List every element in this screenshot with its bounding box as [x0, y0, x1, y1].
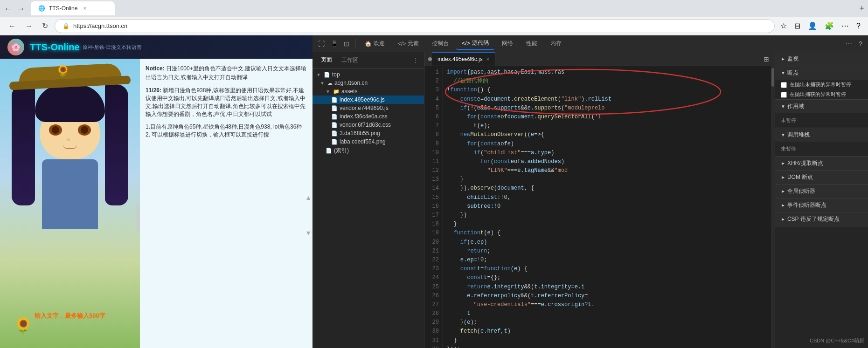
inspect-icon[interactable]: ⛶: [316, 38, 326, 49]
scroll-down-arrow[interactable]: ▼: [305, 229, 312, 237]
global-header[interactable]: ► 全局侦听器: [775, 184, 868, 198]
tree-label-png1: 3.da168b55.png: [340, 130, 380, 136]
file-tree-panel: 页面 工作区 ⋮ ▼ 📄 top ▼ ☁: [312, 52, 424, 348]
cursor-icon[interactable]: ⊡: [342, 38, 351, 49]
code-line-6: for (const e of document.querySelectorAl…: [447, 113, 767, 122]
code-scrollbar[interactable]: [771, 66, 775, 348]
code-line-20: if (e.ep): [447, 238, 767, 247]
events-label: 事件侦听器断点: [787, 201, 826, 209]
update-date: 11/26:: [146, 87, 161, 94]
tree-item-index-js[interactable]: 📄 index.495ee96c.js: [312, 96, 424, 104]
callstack-header[interactable]: ▼ 调用堆栈: [775, 128, 868, 142]
xhr-header[interactable]: ► XHR/提取断点: [775, 157, 868, 170]
more-button[interactable]: ⋯: [840, 20, 851, 32]
tree-item-png2[interactable]: 📄 laba.cdedf554.png: [312, 137, 424, 146]
tree-item-assets[interactable]: ▼ 📁 assets: [312, 87, 424, 96]
tree-item-vendor-css[interactable]: 📄 vendor.6f71d63c.css: [312, 121, 424, 129]
new-tab-button[interactable]: +: [859, 4, 864, 14]
back-icon[interactable]: ←: [4, 3, 13, 14]
tab-performance[interactable]: 性能: [521, 38, 543, 49]
tree-item-vendor-js[interactable]: 📄 vendor.e7449690.js: [312, 104, 424, 112]
scrollbar-thumb[interactable]: [771, 68, 774, 87]
anime-character: 🌻: [0, 59, 140, 348]
code-tab-close[interactable]: ×: [486, 56, 489, 62]
arrow-domain: ▼: [320, 81, 325, 86]
code-line-18: }: [447, 220, 767, 229]
active-tab[interactable]: 🌐 TTS-Online ×: [31, 1, 115, 15]
callstack-content: 未暂停: [775, 142, 868, 156]
code-line-3: !function() {: [447, 86, 767, 95]
reload-button[interactable]: ↻: [39, 20, 51, 32]
sidebar-icon[interactable]: ⊟: [792, 20, 802, 32]
tab-memory[interactable]: 内存: [545, 38, 567, 49]
website-body: 🌻: [0, 59, 312, 348]
breakpoint-checkbox-1[interactable]: [781, 82, 787, 88]
file-tree-content: ▼ 📄 top ▼ ☁ acgn.ttson.cn ▼ 📁 assets: [312, 68, 424, 348]
tree-label-vendor-js: vendor.e7449690.js: [340, 105, 389, 111]
tab-welcome[interactable]: 🏠 欢迎: [359, 38, 390, 49]
tab-network[interactable]: 网络: [496, 38, 519, 49]
scope-header[interactable]: ▼ 作用域: [775, 100, 868, 113]
tree-item-top[interactable]: ▼ 📄 top: [312, 70, 424, 79]
code-line-7: t(e);: [447, 122, 767, 130]
debugger-panel: ► 监视 ▼ 断点 在抛出未捕获的异常时暂停: [775, 52, 868, 348]
bookmark-icon[interactable]: ☆: [778, 20, 789, 32]
tab-close-button[interactable]: ×: [83, 5, 86, 12]
code-tab-active[interactable]: index.495ee96c.js ×: [432, 52, 495, 66]
tree-label-index-css: index.f36c4e0a.css: [340, 113, 388, 120]
debug-section-csp: ► CSP 违反了规定断点: [775, 212, 868, 226]
anime-image-area: 🌻: [0, 59, 140, 348]
tab-console[interactable]: 控制台: [426, 38, 454, 49]
tab-sources[interactable]: </> 源代码: [456, 37, 494, 50]
breakpoint-checkbox-2[interactable]: [781, 92, 787, 98]
dom-header[interactable]: ► DOM 断点: [775, 171, 868, 184]
tree-item-index-css[interactable]: 📄 index.f36c4e0a.css: [312, 112, 424, 121]
nav-bar: ← → ↻ 🔒 https://acgn.ttson.cn ☆ ⊟ 👤 🧩 ⋯ …: [0, 17, 868, 35]
back-button[interactable]: ←: [6, 20, 19, 32]
code-line-26: e.referrerpolicy && (t.referrerPolicy =: [447, 292, 767, 300]
help-devtools-icon[interactable]: ?: [857, 38, 864, 49]
site-title: TTS-Online: [30, 42, 80, 53]
device-icon[interactable]: 📱: [328, 38, 340, 49]
forward-button[interactable]: →: [22, 20, 35, 32]
events-header[interactable]: ► 事件侦听器断点: [775, 198, 868, 212]
notice-block: Notice: 日漫1000+里的角色不适合中文,建议输入日文文本选择输出语言为…: [146, 64, 307, 82]
extension-icon[interactable]: 🧩: [823, 20, 836, 32]
profile-icon[interactable]: 👤: [806, 20, 819, 32]
code-content[interactable]: import {p as e, a as t, b as a, E as l, …: [443, 66, 771, 348]
tab-favicon: 🌐: [38, 5, 45, 12]
code-line-25: return e.integrity && (t.integrity = e.i: [447, 283, 767, 292]
dom-label: DOM 断点: [787, 173, 813, 181]
arrow-top: ▼: [316, 72, 321, 77]
update-block: 11/26: 新增日漫角色938种,该标签里的使用日语效果非常好,不建议使用中文…: [146, 87, 307, 118]
help-icon[interactable]: ?: [854, 20, 862, 32]
address-bar[interactable]: 🔒 https://acgn.ttson.cn: [55, 19, 775, 33]
main-area: 🌸 TTS-Online 原神·星铁·日漫文本转语音 🌻: [0, 35, 868, 348]
breakpoints-header-row[interactable]: ▼ 断点: [775, 66, 868, 80]
scroll-up-arrow[interactable]: ▲: [305, 194, 312, 201]
forward-icon[interactable]: →: [16, 3, 25, 14]
more-devtools-icon[interactable]: ⋯: [844, 38, 854, 49]
tree-label-png2: laba.cdedf554.png: [340, 138, 386, 145]
code-line-5: if (!(e && e.supports && e.supports("mod…: [447, 104, 767, 113]
tree-item-domain[interactable]: ▼ ☁ acgn.ttson.cn: [312, 79, 424, 87]
ft-tab-workspace[interactable]: 工作区: [339, 55, 361, 65]
code-line-28: t: [447, 309, 767, 318]
code-save-icon[interactable]: ⊞: [762, 54, 771, 65]
watch-label: 监视: [787, 55, 799, 63]
csp-header[interactable]: ► CSP 违反了规定断点: [775, 212, 868, 226]
watch-header[interactable]: ► 监视: [775, 52, 868, 66]
events-arrow: ►: [781, 203, 785, 208]
scrollbar-handle[interactable]: [136, 204, 140, 232]
code-line-19: function t(e) {: [447, 229, 767, 238]
ft-tab-page[interactable]: 页面: [318, 55, 335, 65]
ft-more-icon[interactable]: ⋮: [413, 57, 418, 63]
sidebar-toggle[interactable]: [428, 57, 432, 61]
sources-icon: </>: [462, 40, 470, 47]
tree-item-index[interactable]: 📄 (索引): [312, 146, 424, 156]
tree-item-png1[interactable]: 📄 3.da168b55.png: [312, 129, 424, 137]
debug-section-global: ► 全局侦听器: [775, 184, 868, 198]
tab-elements[interactable]: </> 元素: [392, 38, 424, 49]
sunflower-icon: 🌻: [14, 316, 33, 334]
css-file-icon: 📄: [331, 114, 338, 120]
